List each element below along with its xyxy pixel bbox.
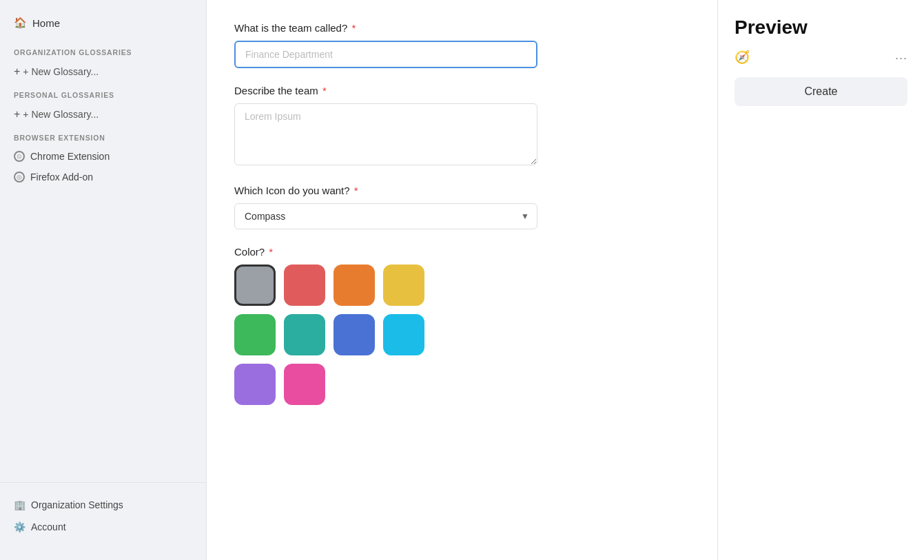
- preview-toolbar: 🧭 ···: [735, 50, 907, 66]
- team-name-label: What is the team called? *: [234, 22, 690, 34]
- icon-select-wrapper: Compass Star Globe Shield Bolt Flag ▼: [234, 203, 537, 229]
- personal-glossaries-section-label: Personal Glossaries: [0, 83, 206, 103]
- browser-extension-section-label: Browser Extension: [0, 125, 206, 146]
- team-desc-input[interactable]: [234, 103, 537, 165]
- color-swatch-blue[interactable]: [333, 314, 375, 355]
- sidebar-home-label: Home: [32, 17, 60, 29]
- org-settings-label: Organization Settings: [31, 499, 123, 510]
- color-swatch-orange[interactable]: [333, 265, 375, 306]
- sidebar-item-firefox-addon[interactable]: ◎ Firefox Add-on: [0, 167, 206, 187]
- team-desc-group: Describe the team *: [234, 85, 690, 168]
- account-label: Account: [31, 521, 66, 532]
- chrome-extension-label: Chrome Extension: [30, 151, 110, 162]
- color-swatch-cyan[interactable]: [383, 314, 424, 355]
- sidebar: 🏠 Home Organization Glossaries + + New G…: [0, 0, 207, 560]
- sidebar-item-org-settings[interactable]: 🏢 Organization Settings: [0, 494, 206, 516]
- preview-title: Preview: [735, 17, 907, 39]
- personal-new-glossary-button[interactable]: + + New Glossary...: [0, 103, 206, 125]
- sidebar-bottom: 🏢 Organization Settings ⚙️ Account: [0, 482, 206, 549]
- chrome-icon: ⊙: [14, 151, 25, 162]
- preview-area: Preview 🧭 ··· Create: [717, 0, 924, 560]
- org-new-glossary-label: + New Glossary...: [23, 66, 99, 77]
- home-icon: 🏠: [14, 17, 27, 29]
- create-button[interactable]: Create: [735, 77, 907, 106]
- sidebar-item-chrome-extension[interactable]: ⊙ Chrome Extension: [0, 146, 206, 167]
- org-new-glossary-button[interactable]: + + New Glossary...: [0, 61, 206, 83]
- color-swatch-red[interactable]: [284, 265, 325, 306]
- icon-label: Which Icon do you want? *: [234, 185, 690, 196]
- color-swatch-green[interactable]: [234, 314, 276, 355]
- team-name-group: What is the team called? *: [234, 22, 690, 68]
- org-settings-icon: 🏢: [14, 499, 25, 510]
- color-swatch-gray[interactable]: [234, 265, 276, 306]
- color-grid: [234, 265, 690, 405]
- form-area: What is the team called? * Describe the …: [207, 0, 717, 560]
- preview-compass-icon: 🧭: [735, 50, 751, 66]
- org-glossaries-section-label: Organization Glossaries: [0, 40, 206, 61]
- team-name-input[interactable]: [234, 41, 537, 68]
- color-swatch-purple[interactable]: [234, 364, 276, 405]
- firefox-icon: ◎: [14, 172, 25, 183]
- sidebar-item-home[interactable]: 🏠 Home: [0, 11, 206, 34]
- color-swatch-yellow[interactable]: [383, 265, 424, 306]
- color-swatch-pink[interactable]: [284, 364, 325, 405]
- sidebar-item-account[interactable]: ⚙️ Account: [0, 516, 206, 538]
- color-group: Color? *: [234, 246, 690, 405]
- more-options-icon[interactable]: ···: [895, 51, 907, 65]
- personal-new-glossary-label: + New Glossary...: [23, 109, 99, 120]
- plus-icon: +: [14, 65, 20, 78]
- firefox-addon-label: Firefox Add-on: [30, 172, 93, 183]
- main-content: What is the team called? * Describe the …: [207, 0, 924, 560]
- team-desc-label: Describe the team *: [234, 85, 690, 96]
- account-icon: ⚙️: [14, 521, 25, 532]
- color-swatch-teal[interactable]: [284, 314, 325, 355]
- color-label: Color? *: [234, 246, 690, 258]
- icon-select[interactable]: Compass Star Globe Shield Bolt Flag: [234, 203, 537, 229]
- icon-group: Which Icon do you want? * Compass Star G…: [234, 185, 690, 229]
- plus-icon-2: +: [14, 108, 20, 121]
